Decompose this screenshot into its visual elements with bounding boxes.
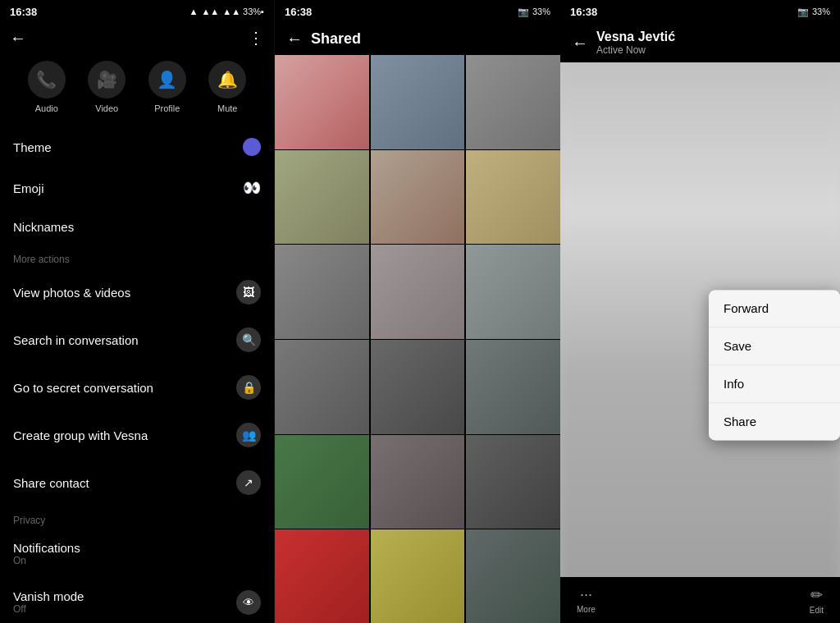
battery-label: ▲▲ 33%▪ [222, 7, 264, 16]
photo-17[interactable] [371, 529, 465, 623]
vanish-item[interactable]: Vanish mode Off 👁 [0, 578, 274, 623]
secret-item[interactable]: Go to secret conversation 🔒 [0, 364, 274, 411]
video-label: Video [95, 103, 118, 113]
contact-info: Vesna Jevtić Active Now [596, 30, 829, 56]
right-top-bar: ← Vesna Jevtić Active Now [560, 23, 840, 62]
photo-6[interactable] [466, 150, 560, 245]
theme-item[interactable]: Theme [0, 126, 274, 167]
share-contact-item[interactable]: Share contact ↗ [0, 459, 274, 506]
emoji-value: 👀 [243, 179, 261, 197]
action-icon-row: 📞 Audio 🎥 Video 👤 Profile 🔔 Mute [0, 56, 274, 126]
notifications-label: Notifications [13, 541, 80, 555]
secret-icon: 🔒 [236, 375, 261, 400]
photo-11[interactable] [371, 340, 465, 434]
photo-16[interactable] [275, 529, 369, 623]
right-bottom-bar: ··· More ✏ Edit [560, 577, 840, 623]
mute-action[interactable]: 🔔 Mute [208, 61, 246, 113]
middle-battery: 33% [532, 7, 550, 16]
right-status-bar: 16:38 📷 33% [560, 0, 840, 23]
notifications-item[interactable]: Notifications On [0, 529, 274, 578]
theme-dot [243, 138, 261, 156]
photo-15[interactable] [466, 435, 560, 529]
left-status-icons: ▲ ▲▲ ▲▲ 33%▪ [189, 7, 264, 16]
theme-label: Theme [13, 140, 52, 154]
middle-panel: 16:38 📷 33% ← Shared [275, 0, 560, 623]
audio-action[interactable]: 📞 Audio [28, 61, 66, 113]
video-icon: 🎥 [88, 61, 126, 98]
search-icon: 🔍 [236, 328, 261, 352]
right-content: Forward Save Info Share [560, 62, 840, 577]
photo-8[interactable] [371, 245, 465, 339]
privacy-header: Privacy [0, 506, 274, 529]
emoji-item[interactable]: Emoji 👀 [0, 167, 274, 208]
mute-label: Mute [217, 103, 237, 113]
secret-label: Go to secret conversation [13, 381, 153, 395]
right-back-button[interactable]: ← [572, 34, 588, 53]
view-photos-icon: 🖼 [236, 280, 261, 305]
vanish-text-group: Vanish mode Off [13, 589, 84, 615]
middle-title: Shared [311, 30, 361, 48]
group-label: Create group with Vesna [13, 428, 148, 442]
photo-2[interactable] [371, 55, 465, 149]
notifications-text-group: Notifications On [13, 541, 80, 566]
more-actions-header: More actions [0, 245, 274, 268]
view-photos-item[interactable]: View photos & videos 🖼 [0, 268, 274, 316]
group-item[interactable]: Create group with Vesna 👥 [0, 411, 274, 459]
edit-action[interactable]: ✏ Edit [810, 586, 824, 615]
save-menu-item[interactable]: Save [709, 328, 840, 365]
edit-icon: ✏ [810, 586, 823, 604]
more-icon: ··· [580, 586, 592, 603]
photo-7[interactable] [275, 245, 369, 339]
middle-status-bar: 16:38 📷 33% [275, 0, 560, 23]
middle-camera-icon: 📷 [518, 7, 529, 17]
more-action[interactable]: ··· More [577, 586, 596, 614]
photo-12[interactable] [466, 340, 560, 434]
photo-4[interactable] [275, 150, 369, 245]
middle-time: 16:38 [285, 6, 312, 18]
emoji-label: Emoji [13, 181, 44, 195]
info-menu-item[interactable]: Info [709, 365, 840, 403]
left-menu-button[interactable]: ⋮ [248, 28, 264, 48]
contact-status: Active Now [596, 44, 829, 56]
nicknames-item[interactable]: Nicknames [0, 208, 274, 245]
right-status-icons: 📷 33% [797, 7, 830, 17]
mute-icon: 🔔 [208, 61, 246, 98]
video-action[interactable]: 🎥 Video [88, 61, 126, 113]
right-camera-icon: 📷 [797, 7, 809, 17]
left-top-bar: ← ⋮ [0, 23, 274, 56]
photo-14[interactable] [371, 435, 465, 529]
contact-name: Vesna Jevtić [596, 30, 829, 44]
middle-status-icons: 📷 33% [518, 7, 550, 17]
profile-icon: 👤 [148, 61, 186, 98]
photo-1[interactable] [275, 55, 369, 149]
photo-18[interactable] [466, 529, 560, 623]
edit-label: Edit [810, 606, 824, 615]
nicknames-label: Nicknames [13, 220, 74, 234]
middle-back-button[interactable]: ← [286, 30, 303, 48]
share-menu-item[interactable]: Share [709, 403, 840, 440]
right-time: 16:38 [570, 6, 597, 18]
forward-menu-item[interactable]: Forward [709, 290, 840, 328]
photo-13[interactable] [275, 435, 369, 529]
middle-top-bar: ← Shared [275, 23, 560, 55]
vanish-subtitle: Off [13, 603, 84, 615]
photo-5[interactable] [371, 150, 465, 245]
photo-3[interactable] [466, 55, 560, 149]
more-label: More [577, 605, 596, 614]
share-contact-icon: ↗ [236, 470, 261, 495]
menu-list: Theme Emoji 👀 Nicknames More actions Vie… [0, 126, 274, 623]
right-panel: 16:38 📷 33% ← Vesna Jevtić Active Now Fo… [560, 0, 840, 623]
search-item[interactable]: Search in conversation 🔍 [0, 316, 274, 364]
photo-9[interactable] [466, 245, 560, 339]
photo-10[interactable] [275, 340, 369, 434]
notifications-subtitle: On [13, 555, 80, 566]
audio-label: Audio [35, 103, 58, 113]
share-contact-label: Share contact [13, 476, 89, 490]
left-time: 16:38 [10, 6, 37, 18]
view-photos-label: View photos & videos [13, 286, 130, 300]
profile-action[interactable]: 👤 Profile [148, 61, 186, 113]
left-status-bar: 16:38 ▲ ▲▲ ▲▲ 33%▪ [0, 0, 274, 23]
left-panel: 16:38 ▲ ▲▲ ▲▲ 33%▪ ← ⋮ 📞 Audio 🎥 Video 👤… [0, 0, 275, 623]
photo-grid [275, 55, 560, 623]
left-back-button[interactable]: ← [10, 29, 26, 48]
